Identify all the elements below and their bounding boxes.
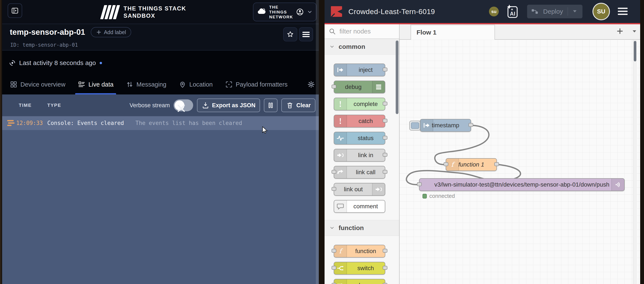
page-title: temp-sensor-abp-01 xyxy=(10,28,85,37)
flow-tab[interactable]: Flow 1 xyxy=(410,25,495,40)
device-menu-button[interactable] xyxy=(299,27,313,41)
ttn-scrollbar[interactable] xyxy=(316,0,319,284)
output-port[interactable] xyxy=(383,266,388,270)
chevron-down-icon xyxy=(329,44,335,50)
node-red-logo-icon xyxy=(330,5,343,18)
ai-assistant-icon[interactable]: AI xyxy=(505,4,519,19)
add-label-button[interactable]: Add label xyxy=(91,27,131,37)
chevron-down-icon xyxy=(307,8,313,16)
tab-settings[interactable] xyxy=(307,74,315,95)
deploy-button[interactable]: Deploy xyxy=(527,5,582,18)
tab-payload-formatters[interactable]: Payload formatters xyxy=(225,74,288,95)
output-port[interactable] xyxy=(383,68,388,71)
product-name: THE THINGS STACK xyxy=(124,5,186,12)
status-connected-dot xyxy=(422,194,427,198)
input-port[interactable] xyxy=(444,162,448,166)
output-port[interactable] xyxy=(383,249,388,253)
flow-wires xyxy=(400,40,640,284)
flow-list-button[interactable] xyxy=(630,27,640,37)
palette-node-function[interactable]: ffunction xyxy=(334,245,385,257)
palette-category-function[interactable]: function xyxy=(324,220,399,236)
desktop-background: THE THINGS STACK SANDBOX THE THINGS NETW… xyxy=(0,0,644,284)
palette-node-status[interactable]: status xyxy=(334,132,385,145)
output-port[interactable] xyxy=(383,170,388,174)
output-port[interactable] xyxy=(494,162,499,166)
tab-location[interactable]: Location xyxy=(179,74,213,95)
palette-node-label: complete xyxy=(346,98,385,110)
main-menu-button[interactable] xyxy=(618,6,628,17)
mqtt-node-label: v3/lwn-simulator-test@ttn/devices/temp-s… xyxy=(420,179,624,191)
sidebar-toggle-button[interactable] xyxy=(8,4,22,18)
network-account-badge[interactable]: THE THINGS NETWORK xyxy=(253,3,316,21)
switch-icon xyxy=(336,264,344,272)
link-call-icon xyxy=(336,168,344,176)
flow-project-title: Crowded-Least-Tern-6019 xyxy=(348,0,435,23)
palette-node-label: link call xyxy=(346,166,385,178)
palette-node-catch[interactable]: catch xyxy=(334,115,385,128)
output-port[interactable] xyxy=(383,136,388,140)
palette-node-inject[interactable]: inject xyxy=(334,64,385,76)
palette-search[interactable] xyxy=(324,24,399,39)
mqtt-out-node[interactable]: v3/lwn-simulator-test@ttn/devices/temp-s… xyxy=(419,178,624,191)
add-label-text: Add label xyxy=(104,29,126,35)
palette-node-change[interactable]: change xyxy=(334,279,385,284)
input-port[interactable] xyxy=(417,182,422,186)
collaborator-avatar[interactable]: su xyxy=(489,7,499,17)
palette-node-comment[interactable]: comment xyxy=(334,200,385,213)
output-port[interactable] xyxy=(383,283,388,284)
output-port[interactable] xyxy=(383,119,388,123)
flow-canvas[interactable]: timestamp f function 1 v3/lwn-simulator-… xyxy=(400,40,640,284)
last-activity: Last activity 8 seconds ago xyxy=(8,59,102,67)
palette-node-link-out[interactable]: link out xyxy=(334,183,385,196)
inject-trigger-button[interactable] xyxy=(409,121,421,130)
clear-label: Clear xyxy=(296,102,311,109)
verbose-stream-label: Verbose stream xyxy=(130,102,170,109)
palette-node-debug[interactable]: debug xyxy=(334,81,385,93)
event-time: 12:09:33 xyxy=(16,120,43,126)
export-json-button[interactable]: Export as JSON xyxy=(197,99,260,112)
output-port[interactable] xyxy=(383,102,388,106)
clear-events-button[interactable]: Clear xyxy=(281,99,316,112)
mqtt-node-status: connected xyxy=(422,193,455,199)
input-port[interactable] xyxy=(332,283,336,284)
canvas-scrollbar-track[interactable] xyxy=(633,40,637,284)
tab-device-overview[interactable]: Device overview xyxy=(10,74,66,95)
input-port[interactable] xyxy=(332,85,336,89)
palette-scrollbar[interactable] xyxy=(396,41,398,114)
menu-bars-icon xyxy=(302,31,310,38)
add-flow-button[interactable] xyxy=(616,27,624,35)
download-icon xyxy=(202,102,209,109)
user-avatar[interactable]: SU xyxy=(593,4,609,20)
status-connected-label: connected xyxy=(429,193,455,199)
palette-node-link-in[interactable]: link in xyxy=(334,149,385,162)
palette-category-common[interactable]: common xyxy=(324,39,399,55)
tab-messaging[interactable]: Messaging xyxy=(126,74,166,95)
favorite-button[interactable] xyxy=(283,27,297,41)
palette-node-switch[interactable]: switch xyxy=(334,262,385,275)
deploy-divider xyxy=(568,7,568,16)
output-port[interactable] xyxy=(468,123,473,127)
ttn-console-window: THE THINGS STACK SANDBOX THE THINGS NETW… xyxy=(2,0,319,284)
canvas-scrollbar-thumb[interactable] xyxy=(634,41,636,61)
pause-stream-button[interactable] xyxy=(264,99,278,112)
palette-node-label: link out xyxy=(334,183,372,195)
filter-nodes-input[interactable] xyxy=(339,28,391,35)
palette-node-link-call[interactable]: link call xyxy=(334,166,385,179)
palette-node-complete[interactable]: complete xyxy=(334,98,385,110)
output-port[interactable] xyxy=(383,153,388,157)
inject-node-timestamp[interactable]: timestamp xyxy=(420,119,471,132)
tab-live-data[interactable]: Live data xyxy=(78,74,114,95)
input-port[interactable] xyxy=(332,266,336,270)
device-tabs: Device overviewLive dataMessagingLocatio… xyxy=(10,74,288,95)
last-activity-text: Last activity 8 seconds ago xyxy=(19,59,96,67)
input-port[interactable] xyxy=(332,187,336,191)
change-icon xyxy=(336,281,344,284)
event-row[interactable]: 12:09:33 Console: Events cleared The eve… xyxy=(2,116,319,130)
verbose-stream-toggle[interactable] xyxy=(174,99,193,111)
event-message: The events list has been cleared xyxy=(136,120,242,126)
input-port[interactable] xyxy=(332,249,336,253)
function-icon: f xyxy=(336,247,344,255)
input-port[interactable] xyxy=(332,170,336,174)
function-node[interactable]: f function 1 xyxy=(446,158,497,171)
deploy-caret-icon[interactable] xyxy=(571,7,578,16)
